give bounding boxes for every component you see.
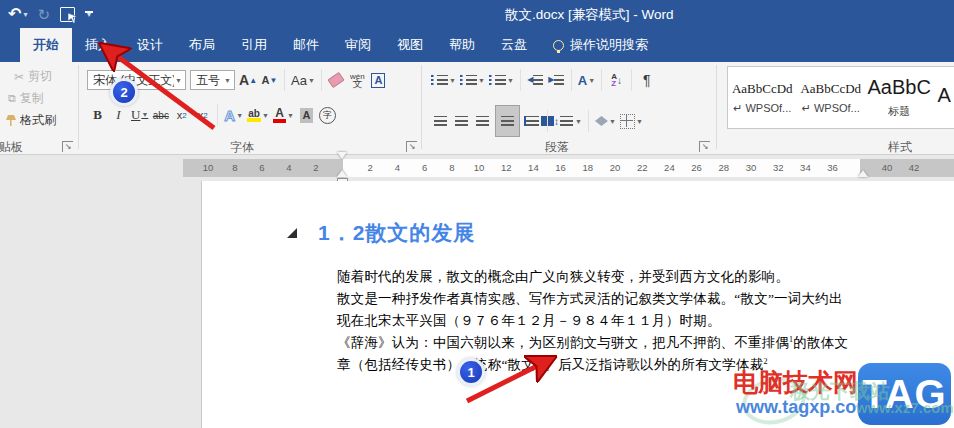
justify-button[interactable] (495, 105, 520, 137)
chevron-down-icon: ▼ (224, 77, 231, 84)
tab-help[interactable]: 帮助 (436, 28, 488, 62)
multilevel-list-button[interactable]: ▼ (489, 69, 514, 91)
align-left-button[interactable] (432, 110, 449, 132)
strikethrough-button[interactable]: abc (152, 104, 169, 126)
cut-button[interactable]: ✂ 剪切 (14, 68, 52, 85)
phonetic-guide-button[interactable]: wén 文 (349, 69, 366, 91)
tab-insert[interactable]: 插入 (72, 28, 124, 62)
divider (217, 104, 218, 126)
tab-home[interactable]: 开始 (20, 28, 72, 62)
subscript-button[interactable]: x2 (173, 104, 190, 126)
lightbulb-icon (553, 40, 564, 51)
sort-button[interactable]: AZ ↓ (608, 69, 625, 91)
divider (631, 69, 632, 91)
divider (571, 69, 572, 91)
enclose-characters-button[interactable]: 字 (319, 104, 336, 126)
style-item-partial[interactable]: A (933, 67, 954, 128)
character-border-button[interactable]: A (370, 69, 387, 91)
paragraph-group-label: 段落 (545, 139, 569, 156)
window-title: 散文.docx [兼容模式] - Word (505, 6, 674, 24)
tell-me-search[interactable]: 操作说明搜索 (540, 28, 661, 62)
tab-review[interactable]: 审阅 (332, 28, 384, 62)
numbering-button[interactable]: ▼ (460, 69, 485, 91)
style-item[interactable]: AaBbCcDd ↵ WPSOf... (728, 67, 796, 128)
font-size-combo[interactable]: 五号 ▼ (190, 70, 235, 90)
tab-design[interactable]: 设计 (124, 28, 176, 62)
group-separator (716, 65, 717, 149)
line-spacing-icon: ↕ (554, 116, 559, 127)
ruler[interactable]: 1086422468101214161820222426283032343640… (183, 159, 954, 177)
scissors-icon: ✂ (14, 70, 24, 84)
change-case-button[interactable]: Aa▼ (291, 69, 315, 91)
justify-icon (501, 116, 514, 126)
tab-view[interactable]: 视图 (384, 28, 436, 62)
ruler-number: 10 (474, 162, 485, 173)
ruler-number: 2 (313, 162, 318, 173)
format-painter-button[interactable]: 格式刷 (6, 112, 56, 129)
text-effects-button[interactable]: A▼ (224, 104, 243, 126)
asian-layout-button[interactable]: A▼ (578, 69, 595, 91)
step-badge-1: 1 (460, 361, 482, 383)
ruler-number: 30 (746, 162, 757, 173)
text-highlight-button[interactable]: ab ▼ (247, 104, 269, 126)
font-color-button[interactable]: A ▼ (273, 104, 294, 126)
decrease-indent-button[interactable]: ◀ (527, 69, 544, 91)
superscript-button[interactable]: x2 (194, 104, 211, 126)
clear-formatting-button[interactable] (328, 69, 345, 91)
tab-layout[interactable]: 布局 (176, 28, 228, 62)
font-name-combo[interactable]: 宋体 (中文正文) ▼ (87, 70, 186, 90)
show-hide-marks-button[interactable]: ¶ (638, 69, 655, 91)
styles-group-label: 样式 (888, 139, 912, 156)
italic-button[interactable]: I (110, 104, 127, 126)
align-right-button[interactable] (474, 110, 491, 132)
pilcrow-icon: ¶ (643, 72, 651, 88)
borders-button[interactable]: ▼ (620, 110, 643, 132)
touch-mouse-mode-button[interactable] (60, 7, 75, 22)
bullets-button[interactable]: ▼ (431, 69, 456, 91)
eraser-icon (328, 72, 345, 88)
right-indent-marker[interactable] (858, 170, 868, 177)
tab-cloud-drive[interactable]: 云盘 (488, 28, 540, 62)
chevron-down-icon: ▼ (636, 118, 643, 125)
line-spacing-button[interactable]: ↕▼ (554, 110, 582, 132)
shrink-font-button[interactable]: A▼ (261, 69, 278, 91)
hanging-indent-marker[interactable] (337, 170, 347, 177)
watermark-url: www.tagxp.com (736, 397, 872, 418)
character-shading-button[interactable]: A (298, 104, 315, 126)
undo-button[interactable]: ↶ ▾ (8, 6, 27, 22)
underline-button[interactable]: U▼ (131, 104, 148, 126)
distribute-button[interactable] (524, 110, 541, 132)
repeat-button[interactable]: ↻ (37, 7, 50, 22)
copy-button[interactable]: ⧉ 复制 (8, 90, 44, 107)
bold-button[interactable]: B (89, 104, 106, 126)
shading-button[interactable]: ▼ (595, 110, 616, 132)
clipboard-dialog-launcher[interactable]: ↘ (62, 141, 73, 152)
copy-label: 复制 (20, 90, 44, 107)
highlight-icon: ab (247, 109, 261, 122)
paragraph-dialog-launcher[interactable]: ↘ (699, 141, 710, 152)
font-dialog-launcher[interactable]: ↘ (406, 141, 417, 152)
font-color-icon: A (273, 108, 286, 123)
tab-mailings[interactable]: 邮件 (280, 28, 332, 62)
grow-font-letter: A (239, 72, 249, 88)
paragraph-row-1: ▼ ▼ ▼ ◀ ▶ A▼ AZ ↓ ¶ (431, 69, 655, 91)
style-item[interactable]: AaBbCcDd ↵ WPSOf... (796, 67, 864, 128)
ruler-number: 2 (368, 162, 373, 173)
tab-references[interactable]: 引用 (228, 28, 280, 62)
ruler-number: 28 (719, 162, 730, 173)
chevron-down-icon: ▼ (588, 77, 595, 84)
first-line-indent-marker[interactable] (337, 152, 347, 159)
style-item-title[interactable]: AaBbC 标题 (865, 67, 933, 128)
bullet-list-icon (431, 75, 448, 85)
customize-quick-access-button[interactable]: ▾ (85, 11, 93, 17)
chevron-down-icon: ▼ (262, 112, 269, 119)
tag-logo: TAG (858, 363, 951, 425)
font-color-bar (273, 119, 286, 123)
grow-font-button[interactable]: A▲ (239, 69, 257, 91)
align-center-button[interactable] (453, 110, 470, 132)
divider (284, 69, 285, 91)
heading-collapse-icon[interactable] (287, 228, 297, 238)
increase-indent-button[interactable]: ▶ (548, 69, 565, 91)
undo-dropdown-icon[interactable]: ▾ (23, 10, 27, 19)
highlight-color-bar (247, 118, 261, 122)
